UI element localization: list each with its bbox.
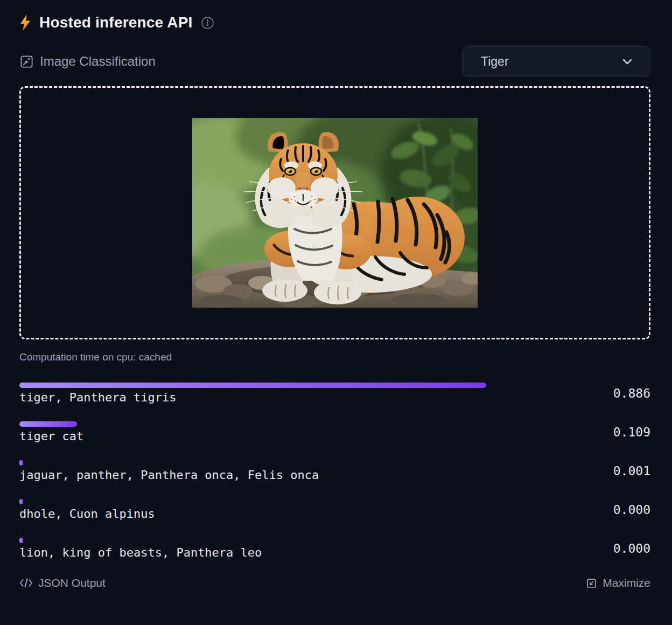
score-bar [19, 538, 23, 543]
widget-header: Hosted inference API [19, 11, 650, 34]
score-value: 0.109 [599, 425, 650, 439]
task-label: Image Classification [40, 54, 156, 69]
code-icon [19, 578, 33, 588]
class-label: tiger cat [19, 429, 546, 443]
score-bar [19, 499, 23, 504]
hosted-inference-widget: Hosted inference API Image Classificatio… [0, 0, 672, 625]
info-icon[interactable] [201, 16, 214, 30]
result-row: tiger, Panthera tigris 0.886 [19, 383, 650, 404]
chevron-down-icon [621, 55, 634, 68]
result-row: jaguar, panther, Panthera onca, Felis on… [19, 460, 650, 482]
task-type: Image Classification [19, 54, 156, 69]
class-label: jaguar, panther, Panthera onca, Felis on… [19, 468, 546, 482]
maximize-icon [586, 578, 597, 589]
lightning-bolt-icon [19, 14, 32, 31]
maximize-label: Maximize [603, 577, 650, 589]
json-output-button[interactable]: JSON Output [19, 577, 106, 589]
json-output-label: JSON Output [38, 577, 106, 589]
result-row: dhole, Cuon alpinus 0.000 [19, 499, 650, 520]
example-select[interactable]: Tiger [462, 46, 650, 77]
classification-results: tiger, Panthera tigris 0.886 tiger cat 0… [19, 383, 650, 559]
score-bar [19, 383, 486, 388]
score-value: 0.000 [599, 541, 650, 555]
image-classification-icon [19, 54, 34, 69]
result-row: lion, king of beasts, Panthera leo 0.000 [19, 538, 650, 559]
task-row: Image Classification Tiger [19, 46, 650, 77]
class-label: lion, king of beasts, Panthera leo [19, 546, 546, 559]
score-value: 0.886 [599, 386, 650, 400]
page-title: Hosted inference API [39, 14, 193, 31]
score-value: 0.000 [599, 503, 650, 517]
score-bar [19, 460, 23, 466]
example-select-value: Tiger [481, 54, 509, 69]
maximize-button[interactable]: Maximize [586, 577, 650, 589]
image-dropzone[interactable] [19, 86, 650, 339]
computation-time: Computation time on cpu: cached [19, 351, 650, 363]
class-label: dhole, Cuon alpinus [19, 507, 546, 520]
result-row: tiger cat 0.109 [19, 421, 650, 443]
widget-footer: JSON Output Maximize [19, 577, 650, 589]
class-label: tiger, Panthera tigris [19, 391, 546, 404]
score-value: 0.001 [599, 464, 650, 478]
tiger-photo [192, 118, 478, 308]
score-bar [19, 421, 77, 427]
